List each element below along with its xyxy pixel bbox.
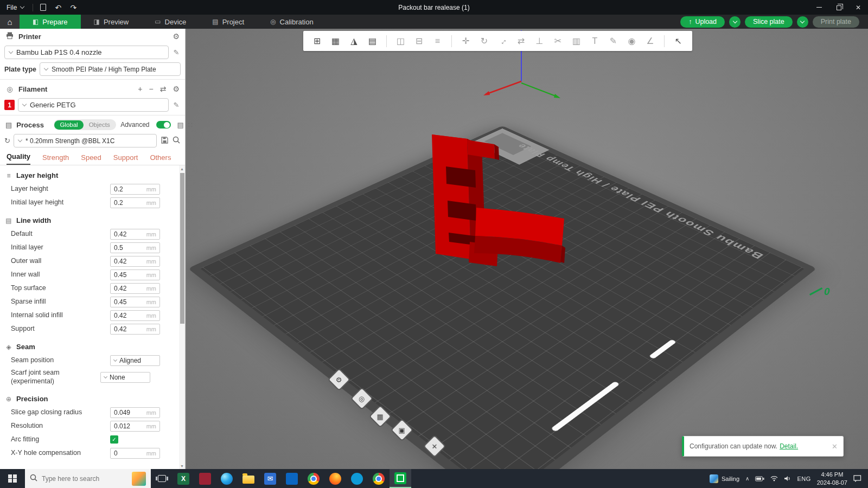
auto-orient-icon[interactable]: ◮ [346, 33, 362, 49]
app-icon-chrome-2[interactable] [368, 469, 390, 488]
filament-settings-icon[interactable]: ⚙ [173, 85, 180, 93]
scale-icon[interactable]: ↔ [491, 29, 514, 52]
restore-button[interactable] [829, 0, 848, 15]
app-icon-excel[interactable]: X [173, 469, 194, 488]
initial-layer-height-input[interactable]: 0.2mm [110, 197, 160, 208]
save-preset-icon[interactable] [160, 137, 169, 145]
process-list-icon[interactable]: ▤ [177, 121, 184, 129]
advanced-toggle[interactable] [156, 121, 171, 129]
tab-prepare[interactable]: ◧ Prepare [20, 15, 81, 29]
line-width-top-surface-input[interactable]: 0.42mm [110, 283, 160, 294]
paint-support-icon[interactable]: ✎ [605, 33, 622, 49]
scrollbar-track[interactable] [180, 172, 184, 463]
xy-hole-compensation-input[interactable]: 0mm [110, 448, 160, 459]
line-width-initial-input[interactable]: 0.5mm [110, 242, 160, 253]
measure-icon[interactable]: ∠ [642, 33, 659, 49]
lay-on-face-icon[interactable]: ⊥ [531, 33, 548, 49]
home-button[interactable]: ⌂ [0, 15, 20, 29]
process-scope-toggle[interactable]: Global Objects [54, 119, 116, 130]
remove-filament-icon[interactable]: − [149, 85, 154, 93]
app-icon-blue[interactable] [346, 469, 368, 488]
filament-slot-badge[interactable]: 1 [4, 100, 15, 110]
scarf-joint-seam-select[interactable]: None [100, 372, 150, 383]
line-width-inner-wall-input[interactable]: 0.45mm [110, 269, 160, 280]
undo-icon[interactable]: ↶ [50, 0, 66, 15]
filament-select[interactable]: Generic PETG [18, 98, 169, 112]
weather-widget[interactable]: Sailing [710, 474, 739, 483]
process-preset-select[interactable]: * 0.20mm Strength @BBL X1C [14, 134, 157, 147]
app-icon-firefox[interactable] [324, 469, 346, 488]
toast-detail-link[interactable]: Detail. [780, 442, 798, 450]
filament-edit-icon[interactable]: ✎ [172, 101, 181, 109]
add-plate-icon[interactable]: ▦ [327, 33, 344, 49]
scroll-up-icon[interactable]: ▲ [180, 165, 184, 172]
tab-project[interactable]: ▤ Project [199, 15, 257, 29]
text-tool-icon[interactable]: T [586, 33, 603, 49]
taskbar-search[interactable] [25, 469, 151, 488]
assembly-view-icon[interactable]: ↖ [670, 33, 687, 49]
print-plate-button[interactable]: Print plate [813, 16, 859, 28]
split-to-objects-icon[interactable]: ◫ [392, 33, 409, 49]
process-grid-icon[interactable]: ∷ [188, 121, 193, 129]
search-input[interactable] [42, 475, 127, 483]
line-width-default-input[interactable]: 0.42mm [110, 229, 160, 240]
app-icon-store[interactable] [281, 469, 303, 488]
app-icon-chrome[interactable] [303, 469, 324, 488]
arrange-icon[interactable]: ▤ [364, 33, 381, 49]
tab-others[interactable]: Others [150, 153, 171, 165]
split-to-parts-icon[interactable]: ⊟ [411, 33, 427, 49]
language-indicator[interactable]: ENG [797, 476, 810, 482]
tab-speed[interactable]: Speed [81, 153, 101, 165]
app-icon-bambu-studio[interactable] [390, 469, 411, 488]
tab-calibration[interactable]: ◎ Calibration [257, 15, 327, 29]
line-width-sparse-infill-input[interactable]: 0.45mm [110, 297, 160, 307]
arc-fitting-checkbox[interactable] [110, 435, 118, 444]
tab-preview[interactable]: ◨ Preview [81, 15, 142, 29]
scope-objects-pill[interactable]: Objects [84, 120, 116, 130]
slice-plate-button[interactable]: Slice plate [745, 16, 793, 28]
app-icon-edge[interactable] [216, 469, 238, 488]
tab-strength[interactable]: Strength [42, 153, 69, 165]
upload-button[interactable]: ↑ Upload [680, 16, 725, 28]
battery-icon[interactable] [755, 476, 764, 481]
volume-icon[interactable] [784, 476, 791, 481]
app-icon-red[interactable] [194, 469, 216, 488]
tab-device[interactable]: ▭ Device [142, 15, 199, 29]
add-filament-icon[interactable]: + [138, 85, 142, 93]
wifi-icon[interactable] [770, 476, 778, 481]
resolution-input[interactable]: 0.012mm [110, 421, 160, 432]
taskbar-clock[interactable]: 4:46 PM 2024-08-07 [817, 471, 847, 487]
app-icon-mail[interactable]: ✉ [259, 469, 281, 488]
toast-close-icon[interactable]: ✕ [832, 442, 838, 451]
app-icon-file-explorer[interactable] [238, 469, 259, 488]
printer-select[interactable]: Bambu Lab P1S 0.4 nozzle [4, 46, 169, 59]
variable-layer-height-icon[interactable]: ▥ [568, 33, 585, 49]
line-width-outer-wall-input[interactable]: 0.42mm [110, 256, 160, 267]
scroll-down-icon[interactable]: ▼ [180, 463, 184, 469]
model-object[interactable] [422, 125, 569, 272]
scope-global-pill[interactable]: Global [54, 120, 83, 130]
printer-edit-icon[interactable]: ✎ [172, 48, 181, 56]
parameter-panel[interactable]: ≡Layer height Layer height 0.2mm Initial… [0, 165, 185, 469]
save-project-icon[interactable] [35, 0, 50, 15]
plate-type-select[interactable]: Smooth PEI Plate / High Temp Plate [40, 62, 181, 76]
tab-support[interactable]: Support [113, 153, 138, 165]
search-highlight-image[interactable] [132, 472, 146, 486]
seam-painting-icon[interactable]: ◉ [623, 33, 640, 49]
print-dropdown-button[interactable] [797, 16, 808, 28]
add-object-icon[interactable]: ⊞ [309, 33, 326, 49]
search-preset-icon[interactable] [172, 136, 181, 145]
redo-icon[interactable]: ↷ [66, 0, 81, 15]
scrollbar-thumb[interactable] [180, 173, 184, 324]
flush-volumes-icon[interactable]: ⇄ [160, 85, 167, 93]
tray-expand-icon[interactable]: ∧ [745, 476, 749, 481]
mirror-icon[interactable]: ⇄ [513, 33, 529, 49]
line-width-internal-solid-input[interactable]: 0.42mm [110, 310, 160, 321]
file-menu[interactable]: File [0, 0, 30, 15]
action-center-icon[interactable] [853, 475, 861, 482]
minimize-button[interactable] [809, 0, 829, 15]
start-button[interactable] [0, 469, 25, 488]
task-view-button[interactable] [151, 469, 173, 488]
cut-icon[interactable]: ✂ [550, 33, 566, 49]
slice-dropdown-button[interactable] [729, 16, 741, 28]
